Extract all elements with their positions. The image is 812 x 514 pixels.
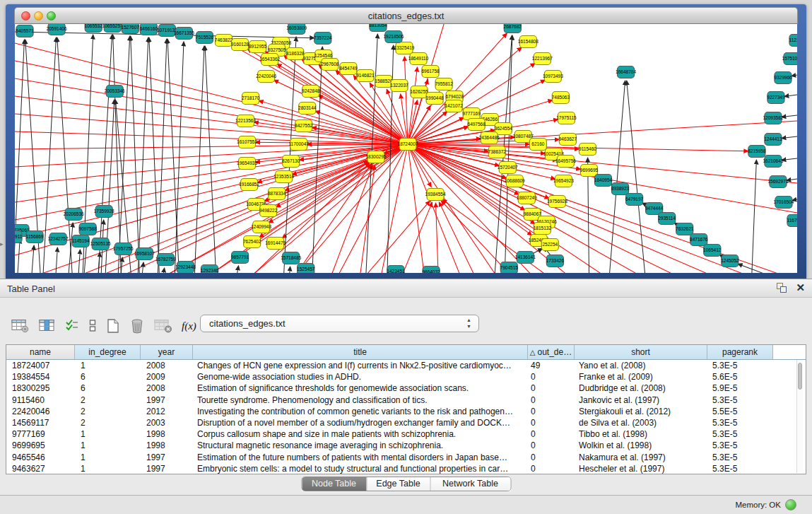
tab-edge-table[interactable]: Edge Table xyxy=(366,477,430,491)
network-node[interactable]: 7515526 xyxy=(196,32,214,44)
network-node[interactable]: 9498222 xyxy=(259,205,278,217)
network-node[interactable]: 2687682 xyxy=(504,24,522,33)
network-node[interactable]: 17975115 xyxy=(556,112,577,124)
network-node[interactable]: 1525457 xyxy=(297,264,315,274)
hidden-panel-arrow-icon[interactable]: ▸ xyxy=(0,240,4,247)
network-node[interactable]: 3915911 xyxy=(15,231,23,243)
table-row[interactable]: 1938455462009Genome-wide association stu… xyxy=(6,371,806,382)
network-node[interactable]: 19218506 xyxy=(383,31,404,43)
network-node[interactable]: 2967608 xyxy=(321,59,339,71)
network-node[interactable]: 1990448 xyxy=(425,93,444,105)
network-node[interactable]: 8813054 xyxy=(369,24,387,32)
network-node[interactable]: 1145194 xyxy=(72,235,90,247)
network-node[interactable]: 15751074 xyxy=(782,53,797,65)
table-selector-dropdown[interactable]: citations_edges.txt ▲▼ xyxy=(200,315,479,332)
network-node[interactable]: 7904515 xyxy=(500,262,519,274)
table-row[interactable]: 1830029562008Estimation of significance … xyxy=(6,382,806,394)
network-node[interactable]: 17359928 xyxy=(94,206,114,218)
network-node[interactable]: 1156869 xyxy=(26,231,44,243)
network-node[interactable]: 7463822 xyxy=(215,35,233,47)
network-node[interactable]: 252254 xyxy=(541,239,558,251)
network-node[interactable]: 9160128 xyxy=(231,39,249,51)
network-node[interactable]: 19654923 xyxy=(553,175,574,187)
column-header-out_de[interactable]: △out_de… xyxy=(528,345,575,359)
network-node[interactable]: 7386372 xyxy=(488,146,507,158)
network-node[interactable]: 15720407 xyxy=(498,162,518,174)
network-node[interactable]: 18807249 xyxy=(517,192,537,204)
delete-icon[interactable] xyxy=(129,318,145,334)
network-node[interactable]: 12213563 xyxy=(235,115,256,127)
network-node[interactable]: 12342757 xyxy=(48,233,69,245)
network-node[interactable]: 10973493 xyxy=(543,71,563,83)
network-node[interactable]: 18649110 xyxy=(408,53,429,65)
network-node[interactable]: 1421072 xyxy=(445,100,463,112)
network-node[interactable]: 19654935 xyxy=(237,158,257,170)
network-node[interactable]: 8471676 xyxy=(690,234,708,246)
network-node[interactable]: 6466160 xyxy=(140,24,158,35)
network-node[interactable]: 8215958 xyxy=(748,146,766,158)
network-node[interactable]: 1121771 xyxy=(789,35,797,47)
network-node[interactable]: 16648784 xyxy=(616,66,636,78)
network-node[interactable]: 9329966 xyxy=(774,72,792,84)
network-node[interactable]: 17016504 xyxy=(773,197,794,209)
table-settings-icon[interactable] xyxy=(11,319,30,333)
network-node[interactable]: 9242848 xyxy=(302,86,320,98)
float-window-icon[interactable] xyxy=(776,282,787,293)
network-node[interactable]: 22420046 xyxy=(256,71,276,83)
network-node[interactable]: 18724007 xyxy=(398,139,418,151)
network-node[interactable]: 1527607 xyxy=(122,24,140,34)
network-node[interactable]: 16053809 xyxy=(286,24,307,35)
network-node[interactable]: 6497568 xyxy=(468,119,486,131)
column-header-year[interactable]: year xyxy=(141,345,193,359)
network-node[interactable]: 9463627 xyxy=(559,134,577,146)
network-node[interactable]: 16495756 xyxy=(555,156,576,168)
network-node[interactable]: 8938923 xyxy=(611,183,630,195)
network-node[interactable]: 2718170 xyxy=(242,93,260,105)
network-node[interactable]: 1322037 xyxy=(390,80,408,92)
network-canvas[interactable]: 1872400718300295746382291601288912955232… xyxy=(15,24,797,273)
network-graph[interactable]: 1872400718300295746382291601288912955232… xyxy=(15,24,797,273)
column-chooser-icon[interactable] xyxy=(39,319,56,333)
network-node[interactable]: 8912955 xyxy=(249,41,267,53)
network-node[interactable]: 16107552 xyxy=(237,136,257,148)
new-file-icon[interactable] xyxy=(106,318,120,334)
network-node[interactable]: 12213967 xyxy=(532,53,553,65)
network-node[interactable]: 1815132 xyxy=(534,223,552,235)
tab-node-table[interactable]: Node Table xyxy=(302,477,366,491)
network-node[interactable]: 16543362 xyxy=(259,54,280,66)
network-node[interactable]: 20591406 xyxy=(47,24,67,35)
select-all-icon[interactable] xyxy=(65,319,79,333)
network-node[interactable]: 7485063 xyxy=(552,92,570,104)
network-node[interactable]: 1423451 xyxy=(387,266,405,274)
network-node[interactable]: 10688609 xyxy=(505,175,525,187)
network-node[interactable]: 15718485 xyxy=(281,252,301,264)
function-builder-icon[interactable]: f(x) xyxy=(182,320,196,332)
network-node[interactable]: 12505135 xyxy=(90,238,111,250)
network-node[interactable]: 20053346 xyxy=(105,86,125,98)
network-node[interactable]: 7625402 xyxy=(243,236,261,248)
network-node[interactable]: 18300295 xyxy=(365,151,386,163)
network-node[interactable]: 62160 xyxy=(529,139,546,151)
table-row[interactable]: 1456911722003Disruption of a novel membe… xyxy=(6,417,806,428)
network-node[interactable]: 7357224 xyxy=(314,33,332,45)
close-panel-icon[interactable]: ✕ xyxy=(796,282,805,293)
network-node[interactable]: 12923448 xyxy=(175,262,196,274)
network-window-titlebar[interactable]: citations_edges.txt xyxy=(14,7,798,24)
network-node[interactable]: 9227349 xyxy=(767,92,785,104)
column-header-title[interactable]: title xyxy=(193,345,528,359)
network-node[interactable]: 12353514 xyxy=(273,171,294,183)
network-node[interactable]: 7632621 xyxy=(676,223,694,235)
network-node[interactable]: 1640954 xyxy=(594,175,613,187)
network-node[interactable]: 16782759 xyxy=(155,254,176,266)
network-node[interactable]: 1244413 xyxy=(764,134,782,146)
network-node[interactable]: 16958107 xyxy=(134,248,155,260)
network-node[interactable]: 1733426 xyxy=(546,255,565,267)
table-scrollbar[interactable] xyxy=(796,360,803,473)
network-node[interactable]: 19756928 xyxy=(547,196,567,208)
network-node[interactable]: 9405571 xyxy=(16,25,34,37)
network-node[interactable]: 8186328 xyxy=(286,48,305,60)
table-row[interactable]: 969969511998Structural magnetic resonanc… xyxy=(6,440,806,451)
network-node[interactable]: 20206536 xyxy=(64,209,84,221)
network-node[interactable]: 19166852 xyxy=(239,179,259,191)
network-node[interactable]: 7955812 xyxy=(435,78,453,90)
